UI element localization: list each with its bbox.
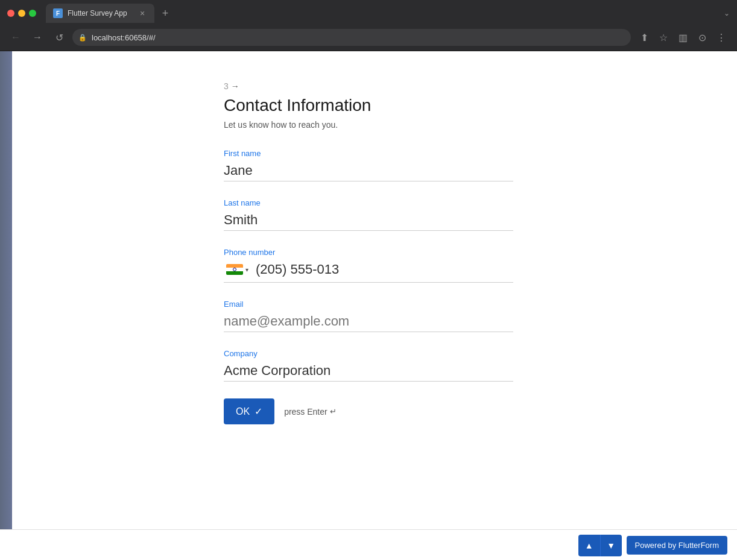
address-bar-row: ← → ↺ 🔒 ⬆ ☆ ▥ ⊙ ⋮ — [0, 27, 737, 51]
title-bar: F Flutter Survey App × + ⌄ — [0, 0, 737, 27]
sidebar-icon[interactable]: ▥ — [674, 29, 691, 46]
ok-section: OK ✓ press Enter ↵ — [224, 398, 513, 424]
india-flag-icon — [226, 264, 243, 275]
address-input[interactable] — [72, 29, 631, 46]
first-name-field-group: First name — [224, 149, 513, 181]
phone-input[interactable] — [256, 259, 513, 280]
address-bar-wrapper: 🔒 — [72, 29, 631, 46]
first-name-label: First name — [224, 149, 513, 158]
refresh-button[interactable]: ↺ — [51, 29, 68, 46]
chevron-down-icon: ▾ — [245, 266, 248, 273]
form-title: Contact Information — [224, 96, 513, 115]
press-enter-label: press Enter — [284, 407, 327, 417]
form-inner: 3 → Contact Information Let us know how … — [224, 81, 513, 424]
tab-title: Flutter Survey App — [68, 9, 133, 17]
menu-icon[interactable]: ⋮ — [713, 29, 730, 46]
ok-button[interactable]: OK ✓ — [224, 398, 274, 424]
step-arrow-icon: → — [231, 81, 239, 91]
last-name-field-group: Last name — [224, 198, 513, 231]
traffic-lights — [7, 10, 36, 17]
back-button[interactable]: ← — [7, 29, 24, 46]
minimize-window-button[interactable] — [18, 10, 25, 17]
phone-field-group: Phone number ▾ — [224, 248, 513, 283]
share-icon[interactable]: ⬆ — [636, 29, 653, 46]
email-input[interactable] — [224, 311, 513, 332]
active-tab[interactable]: F Flutter Survey App × — [46, 4, 154, 23]
new-tab-button[interactable]: + — [157, 5, 174, 22]
company-input[interactable] — [224, 360, 513, 382]
phone-row: ▾ — [224, 259, 513, 283]
email-label: Email — [224, 300, 513, 309]
email-field-group: Email — [224, 300, 513, 332]
toolbar-icons: ⬆ ☆ ▥ ⊙ ⋮ — [636, 29, 730, 46]
page-content: 3 → Contact Information Let us know how … — [0, 51, 737, 560]
tab-bar: F Flutter Survey App × + — [46, 4, 719, 23]
tab-close-button[interactable]: × — [138, 8, 147, 18]
lock-icon: 🔒 — [78, 34, 87, 42]
phone-label: Phone number — [224, 248, 513, 257]
ok-label: OK — [236, 406, 250, 417]
first-name-input[interactable] — [224, 160, 513, 181]
check-icon: ✓ — [255, 406, 262, 417]
press-enter-hint: press Enter ↵ — [284, 407, 337, 417]
company-field-group: Company — [224, 349, 513, 382]
close-window-button[interactable] — [7, 10, 14, 17]
browser-chrome: F Flutter Survey App × + ⌄ ← → ↺ 🔒 ⬆ — [0, 0, 737, 51]
country-selector[interactable]: ▾ — [224, 263, 251, 276]
step-number: 3 — [224, 81, 229, 91]
maximize-window-button[interactable] — [29, 10, 36, 17]
step-indicator: 3 → — [224, 81, 513, 91]
last-name-input[interactable] — [224, 210, 513, 231]
company-label: Company — [224, 349, 513, 358]
form-container: 3 → Contact Information Let us know how … — [0, 51, 737, 560]
flag-green-stripe — [226, 271, 243, 275]
chevron-down-icon: ⌄ — [724, 9, 730, 17]
last-name-label: Last name — [224, 198, 513, 207]
form-subtitle: Let us know how to reach you. — [224, 120, 513, 130]
tab-favicon: F — [53, 8, 63, 18]
profile-icon[interactable]: ⊙ — [694, 29, 710, 46]
star-icon[interactable]: ☆ — [655, 29, 672, 46]
enter-icon: ↵ — [330, 407, 337, 416]
forward-button[interactable]: → — [29, 29, 46, 46]
